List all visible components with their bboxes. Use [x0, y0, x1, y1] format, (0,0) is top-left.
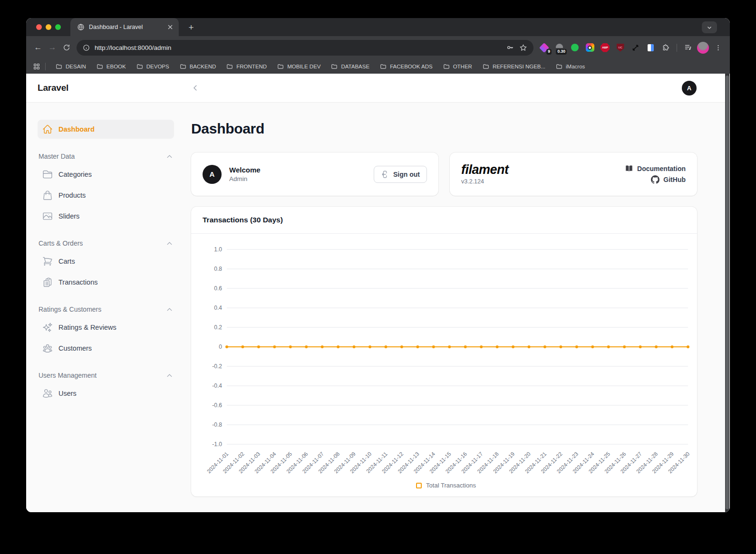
scrollbar-thumb[interactable]: [726, 76, 729, 509]
folder-icon: [136, 63, 143, 70]
bookmark-folder[interactable]: REFERENSI NGEB...: [478, 62, 550, 71]
cart-icon: [42, 256, 53, 267]
apps-grid-icon[interactable]: [33, 63, 40, 70]
group-label-text: Master Data: [39, 153, 75, 160]
bookmark-folder[interactable]: FACEBOOK ADS: [376, 62, 436, 71]
tab-search-button[interactable]: [702, 21, 717, 33]
bookmark-folder-label: EBOOK: [107, 64, 126, 69]
refresh-icon: [63, 44, 70, 51]
extension-meter-icon[interactable]: 0.30: [552, 41, 566, 55]
extension-green-dot-icon[interactable]: [568, 41, 582, 55]
transactions-chart-card: Transactions (30 Days) 1.00.80.60.40.20-…: [191, 207, 697, 497]
folder-icon: [226, 63, 233, 70]
sidebar-group-label[interactable]: Ratings & Customers: [38, 306, 174, 318]
documentation-link[interactable]: Documentation: [625, 164, 686, 173]
app-brand[interactable]: Laravel: [38, 83, 68, 93]
new-tab-button[interactable]: +: [185, 21, 197, 34]
bookmark-star-icon[interactable]: [519, 44, 527, 52]
bookmark-folder[interactable]: MOBILE DEV: [273, 62, 325, 71]
profile-avatar[interactable]: [696, 41, 710, 55]
bookmark-folder-label: iMacros: [566, 64, 585, 69]
bookmark-folder[interactable]: DESAIN: [51, 62, 90, 71]
svg-text:0.8: 0.8: [214, 266, 222, 272]
bookmark-folder-label: DEVOPS: [146, 64, 169, 69]
sidebar-item-categories[interactable]: Categories: [38, 165, 174, 184]
chevron-up-icon: [166, 372, 173, 379]
github-link[interactable]: GitHub: [651, 175, 686, 184]
bookmark-folder-label: FACEBOOK ADS: [390, 64, 432, 69]
back-button[interactable]: ←: [31, 40, 45, 55]
filament-info-widget: filament v3.2.124 Documentation GitHub: [450, 153, 697, 196]
globe-icon: [77, 23, 85, 31]
bookmark-folder-label: REFERENSI NGEB...: [493, 64, 545, 69]
sidebar-collapse-button[interactable]: [191, 84, 200, 92]
close-window-button[interactable]: [36, 24, 42, 30]
folder-icon: [97, 63, 103, 70]
user-group-icon: [42, 343, 53, 353]
sidebar-group-label[interactable]: Carts & Orders: [38, 239, 174, 252]
bookmark-folder[interactable]: OTHER: [439, 62, 476, 71]
zoom-window-button[interactable]: [55, 24, 61, 30]
sidebar-group-label[interactable]: Master Data: [38, 153, 174, 165]
sidebar-item-dashboard[interactable]: Dashboard: [38, 120, 174, 139]
bookmark-folder-label: OTHER: [453, 64, 472, 69]
window-controls: [36, 24, 61, 30]
bag-icon: [42, 190, 53, 201]
folder-icon: [331, 63, 338, 70]
folder-icon: [483, 63, 489, 70]
user-menu-avatar[interactable]: A: [682, 81, 697, 96]
svg-text:-0.2: -0.2: [212, 363, 222, 370]
bookmark-folder[interactable]: DEVOPS: [132, 62, 174, 71]
folder-icon: [277, 63, 284, 70]
chart-legend[interactable]: Total Transactions: [203, 481, 689, 496]
extension-adblock-icon[interactable]: ABP: [598, 41, 612, 55]
browser-tab[interactable]: Dashboard - Laravel: [70, 18, 179, 36]
extension-camera-icon[interactable]: [583, 41, 597, 55]
svg-text:0: 0: [219, 344, 222, 350]
filament-logo: filament: [461, 163, 509, 176]
sidebar-item-transactions[interactable]: Transactions: [38, 273, 174, 292]
filament-version: v3.2.124: [461, 178, 509, 185]
sidebar-item-ratings-reviews[interactable]: Ratings & Reviews: [38, 318, 174, 337]
sidebar-group-label[interactable]: Users Management: [38, 372, 174, 384]
welcome-subtitle: Admin: [229, 175, 261, 182]
bookmark-folder-label: DESAIN: [66, 64, 86, 69]
minimize-window-button[interactable]: [46, 24, 51, 30]
extensions-puzzle-icon[interactable]: [659, 41, 673, 55]
sidebar-item-label: Dashboard: [58, 125, 95, 133]
bookmark-folder[interactable]: EBOOK: [92, 62, 130, 71]
widgets-row: A Welcome Admin Sign out filament v3.2.1…: [191, 153, 697, 196]
bookmark-folder[interactable]: BACKEND: [175, 62, 221, 71]
sidebar-item-customers[interactable]: Customers: [38, 339, 174, 358]
site-info-icon[interactable]: [83, 44, 90, 51]
tab-title: Dashboard - Laravel: [89, 24, 162, 30]
group-label-text: Carts & Orders: [39, 239, 83, 247]
bookmark-folder[interactable]: FRONTEND: [222, 62, 271, 71]
sign-out-label: Sign out: [393, 171, 420, 178]
sidebar-item-products[interactable]: Products: [38, 186, 174, 205]
sidebar-group: Master DataCategoriesProductsSliders: [38, 153, 174, 226]
forward-button[interactable]: →: [45, 40, 59, 55]
sidebar-item-sliders[interactable]: Sliders: [38, 207, 174, 226]
photo-icon: [42, 211, 53, 221]
extension-shield-icon[interactable]: UC: [613, 41, 627, 55]
password-key-icon[interactable]: [506, 43, 514, 52]
extension-magenta-icon[interactable]: 9: [537, 41, 551, 55]
address-bar[interactable]: http://localhost:8000/admin: [77, 40, 533, 56]
reading-list-icon[interactable]: [644, 41, 658, 55]
fullscreen-extension-icon[interactable]: [629, 41, 642, 55]
sidebar-item-users[interactable]: Users: [38, 384, 174, 403]
browser-toolbar: ← → http://localhost:8000/admin 9 0.30 A…: [26, 36, 730, 59]
tab-close-icon[interactable]: [166, 23, 174, 31]
sign-out-button[interactable]: Sign out: [374, 166, 427, 183]
menu-kebab-icon[interactable]: [711, 41, 725, 55]
page-scrollbar[interactable]: [725, 74, 729, 512]
bookmark-folder[interactable]: DATABASE: [327, 62, 374, 71]
sidebar-item-carts[interactable]: Carts: [38, 252, 174, 271]
sparkles-icon: [42, 322, 53, 333]
sidebar-item-label: Categories: [58, 171, 92, 178]
refresh-button[interactable]: [59, 40, 74, 55]
sidebar-item-label: Users: [58, 390, 77, 397]
bookmark-folder[interactable]: iMacros: [552, 62, 589, 71]
media-controls-icon[interactable]: [681, 41, 695, 55]
